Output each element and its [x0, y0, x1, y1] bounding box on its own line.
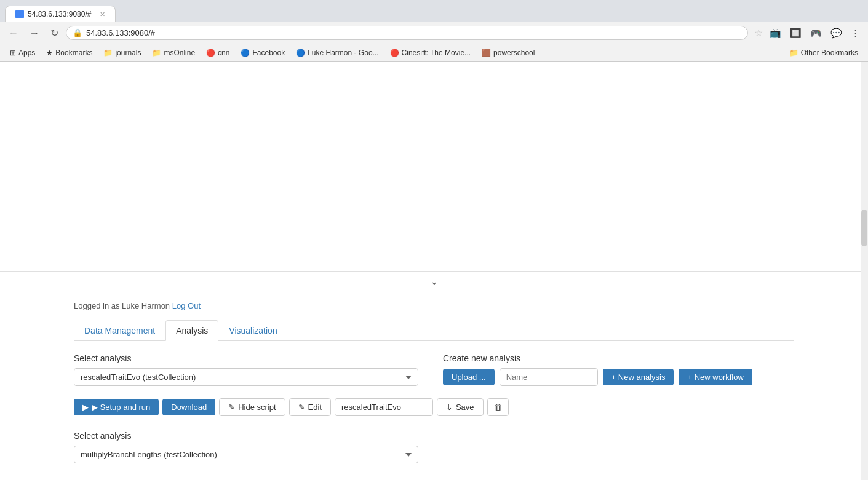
second-analysis-dropdown[interactable]: multiplyBranchLengths (testCollection) r…: [74, 446, 418, 463]
bookmark-star-icon[interactable]: ☆: [754, 27, 763, 39]
tab-nav: Data Management Analysis Visualization: [74, 320, 794, 341]
ext2-button[interactable]: 🎮: [807, 26, 825, 40]
bookmark-bookmarks[interactable]: ★ Bookmarks: [41, 47, 97, 58]
hide-script-button[interactable]: ✎ Hide script: [219, 398, 285, 416]
bookmark-msOnline-label: msOnline: [164, 49, 195, 57]
bookmark-facebook-label: Facebook: [252, 49, 285, 57]
browser-tab[interactable]: 54.83.6.133:9080/# ✕: [5, 6, 116, 22]
login-bar: Logged in as Luke Harmon Log Out: [74, 301, 794, 310]
edit-icon: ✎: [298, 403, 305, 412]
bookmark-powerschool[interactable]: 🟫 powerschool: [477, 47, 540, 58]
bookmarks-bar: ⊞ Apps ★ Bookmarks 📁 journals 📁 msOnline…: [0, 44, 868, 61]
new-analysis-button[interactable]: + New analysis: [603, 369, 674, 385]
new-workflow-button[interactable]: + New workflow: [679, 369, 752, 385]
create-analysis-label: Create new analysis: [443, 353, 794, 363]
menu-button[interactable]: ⋮: [848, 26, 863, 40]
collapse-button[interactable]: ⌄: [431, 277, 438, 286]
login-text: Logged in as Luke Harmon: [74, 301, 170, 310]
other-bookmarks-icon: 📁: [789, 49, 798, 57]
create-section: Create new analysis Upload ... + New ana…: [443, 353, 794, 386]
hide-script-label: Hide script: [238, 403, 276, 412]
select-analysis-label: Select analysis: [74, 353, 418, 363]
bookmark-luke-harmon[interactable]: 🔵 Luke Harmon - Goo...: [291, 47, 383, 58]
download-button[interactable]: Download: [162, 399, 215, 415]
action-row: ▶ ▶ Setup and run Download ✎ Hide script…: [74, 398, 794, 416]
powerschool-icon: 🟫: [482, 49, 491, 57]
edit-button[interactable]: ✎ Edit: [289, 398, 331, 416]
star-icon: ★: [46, 49, 53, 57]
tab-data-management[interactable]: Data Management: [74, 320, 165, 340]
tab-title: 54.83.6.133:9080/#: [28, 10, 91, 18]
tab-visualization[interactable]: Visualization: [218, 320, 287, 340]
secure-icon: 🔒: [73, 28, 82, 37]
bookmark-cinesift[interactable]: 🔴 Cinesift: The Movie...: [385, 47, 476, 58]
bookmark-cnn-label: cnn: [218, 49, 229, 57]
logout-link[interactable]: Log Out: [172, 301, 201, 310]
bookmark-journals[interactable]: 📁 journals: [98, 47, 146, 58]
nav-icons: 📺 🔲 🎮 💬 ⋮: [766, 26, 863, 40]
select-section: Select analysis rescaledTraitEvo (testCo…: [74, 353, 418, 386]
analysis-dropdown[interactable]: rescaledTraitEvo (testCollection) multip…: [74, 368, 418, 386]
save-label: Save: [456, 403, 474, 412]
tab-favicon: [15, 10, 24, 18]
bookmark-luke-harmon-label: Luke Harmon - Goo...: [308, 49, 378, 57]
bookmark-cinesift-label: Cinesift: The Movie...: [402, 49, 471, 57]
setup-run-label: ▶ Setup and run: [92, 403, 150, 412]
empty-top-area: [0, 62, 868, 271]
ext1-button[interactable]: 🔲: [787, 26, 805, 40]
play-icon: ▶: [82, 403, 89, 412]
analysis-rename-input[interactable]: [335, 398, 433, 416]
tab-bar: 54.83.6.133:9080/# ✕: [0, 0, 868, 22]
analysis-name-input[interactable]: [500, 368, 598, 386]
create-row: Upload ... + New analysis + New workflow: [443, 368, 794, 386]
scrollbar[interactable]: [861, 62, 868, 480]
folder-msOnline-icon: 📁: [152, 49, 161, 57]
luke-harmon-icon: 🔵: [296, 49, 305, 57]
cinesift-icon: 🔴: [390, 49, 399, 57]
collapse-bar: ⌄: [0, 271, 868, 291]
edit-label: Edit: [308, 403, 322, 412]
second-select-label: Select analysis: [74, 431, 794, 441]
save-icon: ⇓: [446, 403, 453, 412]
cnn-icon: 🔴: [206, 49, 215, 57]
upload-button[interactable]: Upload ...: [443, 369, 495, 385]
reload-button[interactable]: ↻: [47, 26, 62, 40]
bookmark-journals-label: journals: [115, 49, 141, 57]
cast-button[interactable]: 📺: [766, 26, 784, 40]
apps-icon: ⊞: [10, 49, 16, 57]
tab-close-btn[interactable]: ✕: [100, 10, 105, 18]
hide-script-icon: ✎: [228, 403, 235, 412]
scrollbar-thumb[interactable]: [861, 210, 867, 246]
forward-button[interactable]: →: [26, 26, 43, 40]
bookmark-apps-label: Apps: [18, 49, 35, 57]
second-select-section: Select analysis multiplyBranchLengths (t…: [74, 431, 794, 463]
bookmark-other-label: Other Bookmarks: [801, 49, 858, 57]
tab-analysis[interactable]: Analysis: [165, 320, 218, 341]
page-content: ⌄ Logged in as Luke Harmon Log Out Data …: [0, 62, 868, 480]
nav-bar: ← → ↻ 🔒 54.83.6.133:9080/# ☆ 📺 🔲 🎮 💬 ⋮: [0, 22, 868, 44]
bookmark-other[interactable]: 📁 Other Bookmarks: [784, 47, 863, 58]
browser-frame: 54.83.6.133:9080/# ✕ ← → ↻ 🔒 54.83.6.133…: [0, 0, 868, 62]
facebook-icon: 🔵: [241, 49, 250, 57]
folder-icon: 📁: [103, 49, 113, 57]
bookmark-facebook[interactable]: 🔵 Facebook: [236, 47, 290, 58]
bookmark-powerschool-label: powerschool: [493, 49, 535, 57]
analysis-layout: Select analysis rescaledTraitEvo (testCo…: [74, 353, 794, 386]
back-button[interactable]: ←: [5, 26, 22, 40]
delete-button[interactable]: 🗑: [487, 398, 509, 416]
bookmark-cnn[interactable]: 🔴 cnn: [201, 47, 234, 58]
setup-run-button[interactable]: ▶ ▶ Setup and run: [74, 399, 159, 415]
save-button[interactable]: ⇓ Save: [437, 398, 484, 416]
address-bar[interactable]: 🔒 54.83.6.133:9080/#: [66, 26, 748, 40]
app-content: Logged in as Luke Harmon Log Out Data Ma…: [0, 291, 868, 473]
url-text: 54.83.6.133:9080/#: [86, 28, 741, 37]
bookmark-bookmarks-label: Bookmarks: [55, 49, 92, 57]
ext3-button[interactable]: 💬: [827, 26, 845, 40]
bookmark-apps[interactable]: ⊞ Apps: [5, 47, 40, 58]
bookmark-msOnline[interactable]: 📁 msOnline: [147, 47, 200, 58]
